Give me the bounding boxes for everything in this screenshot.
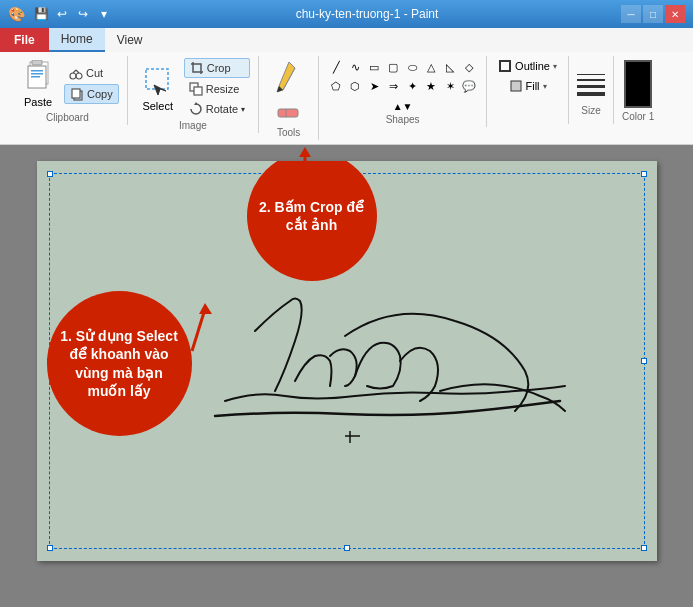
cut-button[interactable]: Cut — [64, 64, 119, 82]
eraser-tool[interactable] — [275, 104, 303, 125]
triangle-shape[interactable]: △ — [422, 58, 440, 76]
resize-icon — [189, 82, 203, 96]
clipboard-content: Paste Cut — [16, 58, 119, 110]
svg-point-7 — [76, 73, 82, 79]
redo-quick-btn[interactable]: ↪ — [74, 5, 92, 23]
star4-shape[interactable]: ✦ — [403, 77, 421, 95]
paint-canvas[interactable]: 1. Sử dụng Select để khoanh vào vùng mà … — [37, 161, 657, 561]
fill-chevron: ▾ — [543, 82, 547, 91]
image-label: Image — [179, 118, 207, 131]
speech-shape[interactable]: 💬 — [460, 77, 478, 95]
select-button[interactable]: Select — [136, 62, 180, 114]
svg-rect-15 — [194, 87, 202, 95]
shapes-more-btn[interactable]: ▲▼ — [393, 101, 413, 112]
handle-bl[interactable] — [47, 545, 53, 551]
size-1px[interactable] — [577, 74, 605, 75]
window-title: chu-ky-ten-truong-1 - Paint — [113, 7, 621, 21]
image-content: Select Crop Resize — [136, 58, 250, 118]
bubble2-arrow — [290, 147, 320, 180]
pentagon-shape[interactable]: ⬠ — [327, 77, 345, 95]
outline-button[interactable]: Outline ▾ — [495, 58, 560, 74]
handle-br[interactable] — [641, 545, 647, 551]
color-group: Color 1 — [614, 56, 662, 124]
svg-rect-5 — [31, 76, 40, 78]
svg-marker-13 — [154, 85, 166, 95]
size-box: Size — [577, 65, 605, 116]
star6-shape[interactable]: ✶ — [441, 77, 459, 95]
arrow2-shape[interactable]: ⇒ — [384, 77, 402, 95]
tools-label: Tools — [277, 125, 300, 138]
tools-content — [273, 58, 305, 125]
size-4px[interactable] — [577, 92, 605, 96]
diamond-shape[interactable]: ◇ — [460, 58, 478, 76]
resize-button[interactable]: Resize — [184, 80, 250, 98]
svg-marker-29 — [299, 147, 311, 157]
svg-rect-2 — [32, 60, 42, 65]
svg-rect-23 — [511, 81, 521, 91]
undo-quick-btn[interactable]: ↩ — [53, 5, 71, 23]
menu-view[interactable]: View — [105, 28, 155, 52]
svg-rect-22 — [500, 61, 510, 71]
close-button[interactable]: ✕ — [665, 5, 685, 23]
scissors-icon — [69, 66, 83, 80]
pencil-tool[interactable] — [273, 58, 305, 101]
image-buttons: Crop Resize Rotate ▾ — [184, 58, 250, 118]
svg-rect-20 — [278, 109, 298, 117]
line-shape[interactable]: ╱ — [327, 58, 345, 76]
copy-button[interactable]: Copy — [64, 84, 119, 104]
outline-fill-group: Outline ▾ Fill ▾ — [487, 56, 569, 124]
star5-shape[interactable]: ★ — [422, 77, 440, 95]
signature-image — [195, 271, 575, 471]
outline-chevron: ▾ — [553, 62, 557, 71]
rtriangle-shape[interactable]: ◺ — [441, 58, 459, 76]
cut-label: Cut — [86, 67, 103, 79]
main-canvas-area: 1. Sử dụng Select để khoanh vào vùng mà … — [0, 145, 693, 607]
size-2px[interactable] — [577, 79, 605, 81]
crop-button[interactable]: Crop — [184, 58, 250, 78]
fill-button[interactable]: Fill ▾ — [506, 78, 550, 94]
round-rect-shape[interactable]: ▢ — [384, 58, 402, 76]
fill-label: Fill — [526, 80, 540, 92]
crop-label: Crop — [207, 62, 231, 74]
svg-rect-4 — [31, 73, 43, 75]
paste-label: Paste — [24, 96, 52, 108]
svg-rect-11 — [72, 89, 80, 98]
image-group: Select Crop Resize — [128, 56, 259, 133]
outline-fill-content: Outline ▾ Fill ▾ — [495, 58, 560, 122]
maximize-button[interactable]: □ — [643, 5, 663, 23]
ellipse-shape[interactable]: ⬭ — [403, 58, 421, 76]
rotate-chevron: ▾ — [241, 105, 245, 114]
curve-shape[interactable]: ∿ — [346, 58, 364, 76]
copy-label: Copy — [87, 88, 113, 100]
handle-tr[interactable] — [641, 171, 647, 177]
size-3px[interactable] — [577, 85, 605, 88]
handle-bm[interactable] — [344, 545, 350, 551]
handle-tl[interactable] — [47, 171, 53, 177]
shapes-label: Shapes — [386, 112, 420, 125]
svg-point-6 — [70, 73, 76, 79]
menu-file[interactable]: File — [0, 28, 49, 52]
cut-copy-group: Cut Copy — [64, 64, 119, 104]
fill-icon — [509, 79, 523, 93]
bubble2-text: 2. Bấm Crop để cắt ảnh — [247, 188, 377, 244]
ribbon: Paste Cut — [0, 52, 693, 145]
minimize-button[interactable]: ─ — [621, 5, 641, 23]
eraser-icon — [277, 106, 301, 120]
handle-mr[interactable] — [641, 358, 647, 364]
arrow-shape[interactable]: ➤ — [365, 77, 383, 95]
menu-home[interactable]: Home — [49, 28, 105, 52]
rotate-button[interactable]: Rotate ▾ — [184, 100, 250, 118]
hexagon-shape[interactable]: ⬡ — [346, 77, 364, 95]
shapes-grid: ╱ ∿ ▭ ▢ ⬭ △ ◺ ◇ ⬠ ⬡ ➤ ⇒ ✦ ★ ✶ 💬 — [327, 58, 478, 95]
bubble1-text: 1. Sử dụng Select để khoanh vào vùng mà … — [47, 315, 192, 412]
rotate-icon — [189, 102, 203, 116]
color-swatch[interactable] — [624, 60, 652, 108]
rect-shape[interactable]: ▭ — [365, 58, 383, 76]
save-quick-btn[interactable]: 💾 — [32, 5, 50, 23]
clipboard-group: Paste Cut — [8, 56, 128, 125]
svg-line-8 — [73, 70, 76, 73]
dropdown-quick-btn[interactable]: ▾ — [95, 5, 113, 23]
paste-button[interactable]: Paste — [16, 58, 60, 110]
pencil-icon — [275, 60, 303, 96]
svg-rect-3 — [31, 70, 43, 72]
